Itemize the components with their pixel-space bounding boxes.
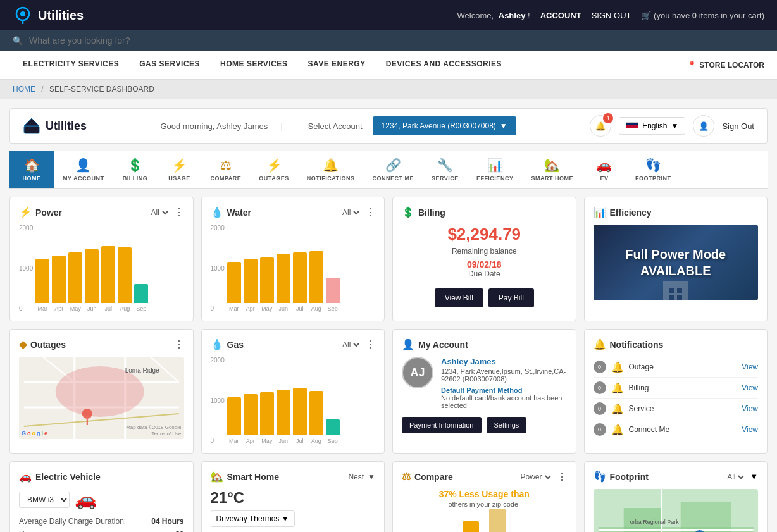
svg-rect-7 — [677, 288, 682, 293]
nav-item-ev[interactable]: 🚗 EV — [582, 151, 626, 189]
water-more-button[interactable]: ⋮ — [365, 206, 375, 218]
pay-bill-button[interactable]: Pay Bill — [488, 288, 534, 307]
notif-billing-label: Billing — [629, 383, 649, 392]
svg-rect-6 — [669, 288, 674, 293]
store-locator[interactable]: 📍 STORE LOCATOR — [687, 61, 764, 70]
breadcrumb-home[interactable]: HOME — [13, 85, 35, 94]
payment-info-button[interactable]: Payment Information — [402, 417, 482, 433]
efficiency-card: 📊 Efficiency Full Power Mode AVAILABLE — [584, 197, 768, 321]
dash-header-center: Good morning, Ashley James | Select Acco… — [160, 116, 516, 135]
thermostat-dropdown[interactable]: Driveway Thermos ▼ — [211, 510, 295, 527]
notif-connect-badge: 0 — [594, 423, 606, 436]
bell-button[interactable]: 🔔 1 — [590, 115, 611, 137]
nav-item-connect-me[interactable]: 🔗 CONNECT ME — [364, 151, 423, 189]
my-account-card-header: 👤 My Account — [402, 338, 567, 350]
smart-home-dropdown[interactable]: ▼ — [368, 473, 375, 481]
notif-connect-view[interactable]: View — [742, 425, 758, 434]
compare-others: Others — [489, 509, 506, 532]
nav-electricity[interactable]: ELECTRICITY SERVICES — [13, 51, 129, 79]
search-input[interactable] — [29, 35, 764, 46]
gas-bar-jun — [277, 390, 290, 435]
notif-outage-view[interactable]: View — [742, 362, 758, 371]
power-bar-jun — [85, 249, 99, 303]
svg-rect-8 — [669, 295, 674, 300]
gas-more-button[interactable]: ⋮ — [365, 338, 375, 350]
nav-item-outages[interactable]: ⚡ OUTAGES — [250, 151, 297, 189]
nav-label-ev: EV — [600, 175, 608, 182]
nav-home-services[interactable]: HOME SERVICES — [210, 51, 297, 79]
notif-service-label: Service — [629, 404, 654, 413]
dash-logo: Utilities — [23, 117, 87, 135]
ev-card-icon: 🚗 — [19, 471, 32, 483]
nav-item-footprint[interactable]: 👣 FOOTPRINT — [626, 151, 680, 189]
nav-gas[interactable]: GAS SERVICES — [129, 51, 210, 79]
account-address: 1234, Park Avenue,Ipsum, St.,Irvine,CA- … — [441, 368, 567, 383]
outages-more-button[interactable]: ⋮ — [174, 338, 184, 350]
my-account-card: 👤 My Account AJ Ashley James 1234, Park … — [392, 329, 576, 454]
nav-item-billing[interactable]: 💲 BILLING — [113, 151, 158, 189]
nav-item-my-account[interactable]: 👤 MY ACCOUNT — [54, 151, 113, 189]
settings-button[interactable]: Settings — [487, 417, 527, 433]
notifications-card-title: 🔔 Notifications — [594, 338, 664, 350]
language-button[interactable]: English ▼ — [619, 117, 685, 135]
footprint-map-svg: orba Regional Park California 91 Exp... — [594, 489, 759, 532]
dash-header: Utilities Good morning, Ashley James | S… — [9, 108, 768, 144]
dash-logo-text: Utilities — [46, 120, 87, 133]
dashboard-grid: ⚡ Power All ⋮ 2000 1000 0 — [9, 197, 768, 532]
footprint-card: 👣 Footprint All ▼ — [584, 461, 768, 532]
billing-amount: $2,294.79 — [402, 225, 567, 244]
nav-label-notifications: NOTIFICATIONS — [307, 175, 355, 182]
power-dropdown[interactable]: All — [149, 207, 170, 218]
signout-link[interactable]: SIGN OUT — [592, 11, 631, 20]
water-dropdown[interactable]: All — [340, 207, 361, 218]
power-chart: 2000 1000 0 Mar — [19, 225, 184, 312]
nav-item-home[interactable]: 🏠 HOME — [9, 151, 54, 189]
signout-dash-button[interactable]: Sign Out — [722, 121, 754, 131]
power-more-button[interactable]: ⋮ — [174, 206, 184, 218]
compare-dropdown[interactable]: Power — [518, 472, 553, 482]
user-icon: 👤 — [699, 121, 709, 131]
smart-home-controls: Nest ▼ — [348, 473, 375, 481]
footprint-card-header: 👣 Footprint All ▼ — [594, 471, 759, 483]
smart-thermostat-selector: Driveway Thermos ▼ — [211, 510, 376, 527]
nav-item-usage[interactable]: ⚡ USAGE — [158, 151, 202, 189]
account-dropdown[interactable]: 1234, Park Avenue (R003007008) ▼ — [373, 116, 516, 135]
user-icon-button[interactable]: 👤 — [693, 115, 714, 137]
nav-left: ELECTRICITY SERVICES GAS SERVICES HOME S… — [13, 51, 512, 79]
smart-home-provider: Nest — [348, 473, 364, 481]
view-bill-button[interactable]: View Bill — [435, 288, 483, 307]
avatar: AJ — [402, 357, 433, 388]
billing-buttons: View Bill Pay Bill — [402, 288, 567, 307]
svg-text:Loma Ridge: Loma Ridge — [125, 367, 159, 374]
nav-label-home: HOME — [23, 175, 41, 182]
ev-model-dropdown[interactable]: BMW i3 — [19, 492, 70, 508]
nav-item-compare[interactable]: ⚖ COMPARE — [202, 151, 251, 189]
nav-devices[interactable]: DEVICES AND ACCESSORIES — [376, 51, 512, 79]
ev-card-title: 🚗 Electric Vehicle — [19, 471, 101, 483]
svg-point-17 — [56, 366, 144, 417]
nav-item-smart-home[interactable]: 🏡 SMART HOME — [522, 151, 582, 189]
compare-more-button[interactable]: ⋮ — [557, 471, 567, 483]
notif-service-view[interactable]: View — [742, 404, 758, 413]
footprint-dropdown[interactable]: All — [724, 472, 746, 482]
nav-item-notifications[interactable]: 🔔 NOTIFICATIONS — [298, 151, 364, 189]
compare-bars: You Others — [402, 514, 567, 532]
smart-home-card: 🏡 Smart Home Nest ▼ 21°C Driveway Thermo… — [201, 461, 385, 532]
account-details: Ashley James 1234, Park Avenue,Ipsum, St… — [441, 357, 567, 409]
account-payment-text: No default card/bank account has been se… — [441, 394, 567, 409]
water-card-controls: All ⋮ — [340, 206, 375, 218]
search-icon: 🔍 — [13, 36, 23, 46]
water-bar-jul — [293, 252, 307, 303]
compare-card-icon: ⚖ — [402, 471, 411, 483]
compare-card: ⚖ Compare Power ⋮ 37% Less Usage than ot… — [392, 461, 576, 532]
gas-dropdown[interactable]: All — [340, 340, 361, 350]
efficiency-card-header: 📊 Efficiency — [594, 206, 759, 218]
account-link[interactable]: ACCOUNT — [540, 11, 581, 20]
nav-item-efficiency[interactable]: 📊 EFFICIENCY — [468, 151, 523, 189]
notif-billing-view[interactable]: View — [742, 383, 758, 392]
water-bar-jun — [277, 254, 290, 303]
efficiency-promo[interactable]: Full Power Mode AVAILABLE — [594, 225, 759, 300]
nav-item-service[interactable]: 🔧 SERVICE — [423, 151, 468, 189]
account-name: Ashley James — [441, 357, 567, 366]
nav-save-energy[interactable]: SAVE ENERGY — [297, 51, 375, 79]
